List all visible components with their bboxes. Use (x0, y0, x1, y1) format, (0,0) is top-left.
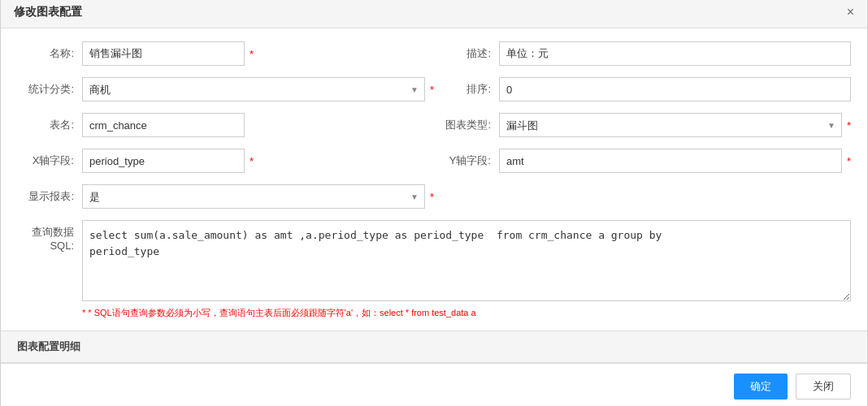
chart-type-label: 图表类型: (434, 118, 499, 132)
chart-type-select[interactable]: 漏斗图 柱状图 折线图 饼图 (499, 113, 842, 137)
x-required: * (250, 155, 254, 167)
dialog-body: 名称: * 描述: 统计分类: 商机 客户 联系人 合同 (1, 28, 867, 363)
sql-row: 查询数据SQL: select sum(a.sale_amount) as am… (17, 220, 851, 319)
y-field-input[interactable] (499, 149, 842, 173)
dialog: 修改图表配置 × 名称: * 描述: 统计分类: 商机 客户 (0, 0, 868, 406)
table-label: 表名: (17, 118, 82, 132)
confirm-button[interactable]: 确定 (734, 374, 788, 400)
row-table-charttype: 表名: 图表类型: 漏斗图 柱状图 折线图 饼图 ▼ * (1, 113, 867, 137)
half-desc: 描述: (434, 41, 851, 66)
x-field-label: X轴字段: (17, 153, 82, 168)
close-icon[interactable]: × (847, 6, 854, 19)
show-report-select[interactable]: 是 否 (82, 184, 425, 209)
show-report-label: 显示报表: (17, 189, 82, 204)
half-chart-type: 图表类型: 漏斗图 柱状图 折线图 饼图 ▼ * (434, 113, 851, 137)
row-show-report: 显示报表: 是 否 ▼ * (1, 184, 867, 209)
sql-content: select sum(a.sale_amount) as amt ,a.peri… (82, 220, 851, 319)
desc-input[interactable] (499, 41, 851, 66)
y-required: * (847, 155, 851, 167)
show-report-required: * (430, 191, 434, 203)
section-tab: 图表配置明细 (1, 330, 867, 363)
dialog-header: 修改图表配置 × (1, 0, 867, 28)
close-button[interactable]: 关闭 (796, 374, 851, 400)
row-xy-fields: X轴字段: * Y轴字段: * (1, 149, 867, 173)
order-input[interactable] (499, 77, 851, 102)
stats-select-wrapper: 商机 客户 联系人 合同 ▼ (82, 77, 425, 102)
name-input[interactable] (82, 41, 245, 66)
sql-label: 查询数据SQL: (17, 220, 82, 252)
sql-textarea[interactable]: select sum(a.sale_amount) as amt ,a.peri… (82, 220, 851, 301)
sql-section: 查询数据SQL: select sum(a.sale_amount) as am… (1, 220, 867, 319)
name-label: 名称: (17, 46, 82, 61)
dialog-footer: 确定 关闭 (1, 363, 867, 406)
table-input[interactable] (82, 113, 245, 137)
sql-hint-text: * SQL语句查询参数必须为小写，查询语句主表后面必须跟随字符'a'，如：sel… (88, 308, 475, 317)
name-required: * (250, 48, 254, 60)
sql-hint: * * SQL语句查询参数必须为小写，查询语句主表后面必须跟随字符'a'，如：s… (82, 307, 851, 319)
row-stats-order: 统计分类: 商机 客户 联系人 合同 ▼ * 排序: (1, 77, 867, 102)
y-field-label: Y轴字段: (434, 153, 499, 168)
half-name: 名称: * (17, 41, 434, 66)
chart-type-required: * (847, 119, 851, 132)
half-stats: 统计分类: 商机 客户 联系人 合同 ▼ * (17, 77, 434, 102)
half-y-field: Y轴字段: * (434, 149, 851, 173)
half-table: 表名: (17, 113, 434, 137)
desc-label: 描述: (434, 46, 499, 61)
x-field-input[interactable] (82, 149, 245, 173)
half-show-report: 显示报表: 是 否 ▼ * (17, 184, 434, 209)
stats-select[interactable]: 商机 客户 联系人 合同 (82, 77, 425, 102)
stats-label: 统计分类: (17, 82, 82, 97)
half-order: 排序: (434, 77, 851, 102)
row-name-desc: 名称: * 描述: (1, 41, 867, 66)
order-label: 排序: (434, 82, 499, 97)
chart-type-select-wrapper: 漏斗图 柱状图 折线图 饼图 ▼ (499, 113, 842, 137)
half-x-field: X轴字段: * (17, 149, 434, 173)
show-report-select-wrapper: 是 否 ▼ (82, 184, 425, 209)
dialog-title: 修改图表配置 (14, 5, 82, 19)
